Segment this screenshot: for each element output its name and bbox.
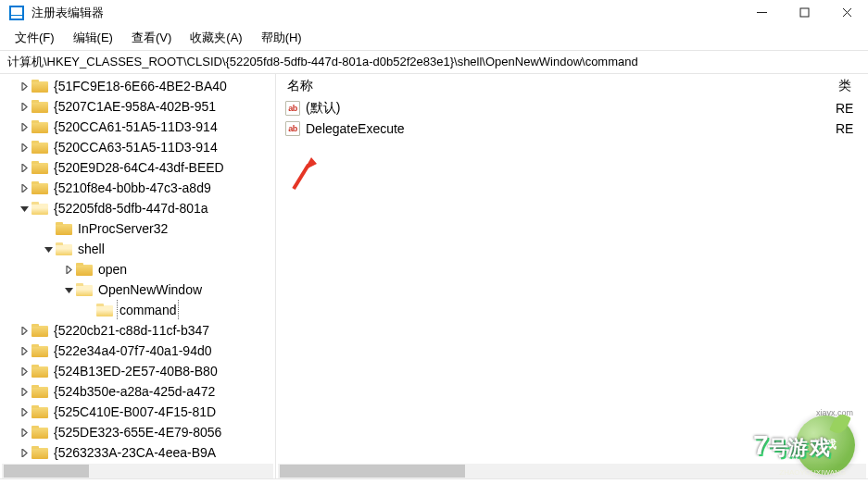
tree-node-label: {520CCA63-51A5-11D3-914 <box>54 137 218 157</box>
tree-node[interactable]: {51FC9E18-6E66-4BE2-BA40 <box>0 76 275 96</box>
folder-icon <box>31 100 48 113</box>
folder-icon <box>31 120 48 133</box>
tree-node[interactable]: {520E9D28-64C4-43df-BEED <box>0 157 275 178</box>
titlebar: 注册表编辑器 <box>0 0 868 26</box>
tree-node[interactable]: command <box>0 300 275 320</box>
value-name: (默认) <box>306 100 836 117</box>
chevron-right-icon[interactable] <box>19 386 30 397</box>
tree-node[interactable]: {525C410E-B007-4F15-81D <box>0 402 275 422</box>
folder-icon <box>31 80 48 93</box>
value-type: RE <box>836 101 868 116</box>
address-path: 计算机\HKEY_CLASSES_ROOT\CLSID\{52205fd8-5d… <box>7 54 638 70</box>
tree-node-label: {525C410E-B007-4F15-81D <box>54 402 216 422</box>
tree-node[interactable]: {5263233A-23CA-4eea-B9A <box>0 442 275 463</box>
tree-node[interactable]: {5210f8e4-b0bb-47c3-a8d9 <box>0 178 275 198</box>
column-header-type[interactable]: 类 <box>827 78 868 94</box>
folder-icon <box>31 385 48 398</box>
tree-node-label: {5220cb21-c88d-11cf-b347 <box>54 320 209 341</box>
tree-node[interactable]: {522e34a4-07f7-40a1-94d0 <box>0 341 275 361</box>
chevron-right-icon[interactable] <box>19 162 30 173</box>
tree-node[interactable]: open <box>0 259 275 279</box>
tree-node[interactable]: shell <box>0 239 275 259</box>
menu-help[interactable]: 帮助(H) <box>252 27 311 49</box>
menu-edit[interactable]: 编辑(E) <box>64 27 122 49</box>
values-pane[interactable]: 名称 类 ab(默认)REabDelegateExecuteRE <box>276 74 868 478</box>
tree-node-label: InProcServer32 <box>78 218 168 239</box>
folder-icon <box>31 405 48 418</box>
tree-node-label: OpenNewWindow <box>98 279 202 300</box>
tree-scroll-thumb[interactable] <box>4 465 89 478</box>
chevron-right-icon[interactable] <box>19 447 30 458</box>
tree-node[interactable]: {524B13ED-2E57-40B8-B80 <box>0 361 275 381</box>
chevron-right-icon[interactable] <box>19 142 30 153</box>
chevron-right-icon[interactable] <box>19 81 30 92</box>
tree-node[interactable]: {5220cb21-c88d-11cf-b347 <box>0 320 275 341</box>
tree-node[interactable]: {520CCA61-51A5-11D3-914 <box>0 117 275 137</box>
tree-node-label: {525DE323-655E-4E79-8056 <box>54 422 221 442</box>
tree-node-label: {5207C1AE-958A-402B-951 <box>54 96 216 117</box>
tree-node[interactable]: {5207C1AE-958A-402B-951 <box>0 96 275 117</box>
tree-node-label: {520CCA61-51A5-11D3-914 <box>54 117 218 137</box>
tree-node[interactable]: {525DE323-655E-4E79-8056 <box>0 422 275 442</box>
menu-favorites[interactable]: 收藏夹(A) <box>181 27 251 49</box>
minimize-button[interactable] <box>740 0 783 26</box>
tree-node-label: shell <box>78 239 105 259</box>
tree-node-label: {51FC9E18-6E66-4BE2-BA40 <box>54 76 227 96</box>
value-name: DelegateExecute <box>306 121 836 136</box>
folder-icon <box>31 344 48 357</box>
chevron-right-icon[interactable] <box>19 427 30 438</box>
chevron-right-icon[interactable] <box>63 264 74 275</box>
tree-node[interactable]: OpenNewWindow <box>0 279 275 300</box>
chevron-right-icon[interactable] <box>19 325 30 336</box>
tree-node[interactable]: {52205fd8-5dfb-447d-801a <box>0 198 275 218</box>
string-value-icon: ab <box>285 101 300 116</box>
list-scroll-thumb[interactable] <box>280 465 465 478</box>
chevron-right-icon[interactable] <box>19 406 30 417</box>
address-bar[interactable]: 计算机\HKEY_CLASSES_ROOT\CLSID\{52205fd8-5d… <box>0 50 868 74</box>
content: {51FC9E18-6E66-4BE2-BA40{5207C1AE-958A-4… <box>0 74 868 478</box>
folder-icon <box>31 324 48 337</box>
maximize-button[interactable] <box>783 0 825 26</box>
folder-icon <box>31 141 48 154</box>
chevron-down-icon[interactable] <box>63 284 74 295</box>
tree-node-label: {522e34a4-07f7-40a1-94d0 <box>54 341 212 361</box>
chevron-right-icon[interactable] <box>19 345 30 356</box>
folder-icon <box>96 304 113 316</box>
column-header-name[interactable]: 名称 <box>276 78 827 94</box>
tree-node[interactable]: InProcServer32 <box>0 218 275 239</box>
tree-node[interactable]: {520CCA63-51A5-11D3-914 <box>0 137 275 157</box>
string-value-icon: ab <box>285 121 300 136</box>
svg-rect-1 <box>800 8 809 17</box>
value-row[interactable]: ab(默认)RE <box>276 98 868 118</box>
chevron-down-icon[interactable] <box>19 203 30 214</box>
chevron-right-icon[interactable] <box>19 121 30 132</box>
folder-icon <box>31 181 48 194</box>
statusbar <box>0 478 868 484</box>
menu-view[interactable]: 查看(V) <box>122 27 181 49</box>
folder-icon <box>31 446 48 459</box>
chevron-down-icon[interactable] <box>43 243 54 254</box>
tree-node-label: {524b350e-a28a-425d-a472 <box>54 381 215 402</box>
folder-icon <box>31 202 48 215</box>
tree-node-label: open <box>98 259 127 279</box>
tree-pane[interactable]: {51FC9E18-6E66-4BE2-BA40{5207C1AE-958A-4… <box>0 74 276 478</box>
tree-node[interactable]: {524b350e-a28a-425d-a472 <box>0 381 275 402</box>
tree-horizontal-scrollbar[interactable] <box>2 464 273 478</box>
list-horizontal-scrollbar[interactable] <box>278 464 866 478</box>
list-header: 名称 类 <box>276 74 868 98</box>
value-row[interactable]: abDelegateExecuteRE <box>276 118 868 139</box>
menu-file[interactable]: 文件(F) <box>6 27 64 49</box>
value-type: RE <box>836 121 868 136</box>
tree-node-label: {520E9D28-64C4-43df-BEED <box>54 157 224 178</box>
folder-icon <box>56 222 72 235</box>
tree-node-label: {52205fd8-5dfb-447d-801a <box>54 198 208 218</box>
tree-node-label: {524B13ED-2E57-40B8-B80 <box>54 361 218 381</box>
chevron-right-icon[interactable] <box>19 366 30 377</box>
close-button[interactable] <box>825 0 868 26</box>
folder-icon <box>31 426 48 439</box>
chevron-right-icon[interactable] <box>19 182 30 193</box>
folder-icon <box>76 263 93 276</box>
chevron-right-icon[interactable] <box>19 101 30 112</box>
tree-node-label: {5263233A-23CA-4eea-B9A <box>54 442 216 463</box>
tree-node-label: {5210f8e4-b0bb-47c3-a8d9 <box>54 178 211 198</box>
